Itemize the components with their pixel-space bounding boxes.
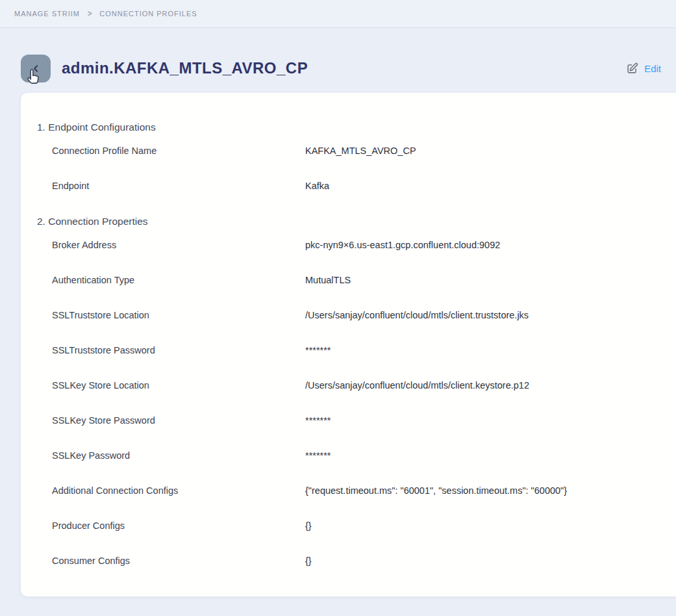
field-label: Broker Address xyxy=(52,238,305,251)
section-title-connection-properties: 2. Connection Properties xyxy=(37,215,676,228)
field-label: SSLKey Password xyxy=(52,449,305,462)
field-label: SSLKey Store Password xyxy=(52,414,305,427)
field-value: pkc-nyn9×6.us-east1.gcp.confluent.cloud:… xyxy=(305,238,500,251)
field-value: Kafka xyxy=(305,179,329,192)
field-row-additional-connection-configs: Additional Connection Configs {"request.… xyxy=(52,484,676,497)
field-value: {} xyxy=(305,519,312,532)
field-row-sslkey-store-password: SSLKey Store Password ******* xyxy=(52,414,676,427)
field-label: Authentication Type xyxy=(52,274,305,287)
section-title-endpoint-configurations: 1. Endpoint Configurations xyxy=(37,121,676,134)
field-row-endpoint: Endpoint Kafka xyxy=(52,179,676,192)
field-row-ssltruststore-location: SSLTruststore Location /Users/sanjay/con… xyxy=(52,309,676,322)
field-label: SSLTruststore Password xyxy=(52,344,305,357)
field-value: ******* xyxy=(305,414,331,427)
edit-button[interactable]: Edit xyxy=(626,62,661,75)
field-row-producer-configs: Producer Configs {} xyxy=(52,519,676,532)
back-button[interactable] xyxy=(21,55,51,83)
field-value: ******* xyxy=(305,449,331,462)
page-header: admin.KAFKA_MTLS_AVRO_CP Edit xyxy=(21,54,661,83)
field-row-sslkey-store-location: SSLKey Store Location /Users/sanjay/conf… xyxy=(52,379,676,392)
breadcrumb-item-connection-profiles[interactable]: CONNECTION PROFILES xyxy=(99,10,197,18)
connection-profile-card: 1. Endpoint Configurations Connection Pr… xyxy=(21,93,676,597)
field-value: /Users/sanjay/confluent/cloud/mtls/clien… xyxy=(305,379,529,392)
field-label: Endpoint xyxy=(52,179,305,192)
field-label: SSLKey Store Location xyxy=(52,379,305,392)
field-value: {} xyxy=(305,554,312,567)
field-value: ******* xyxy=(305,344,331,357)
field-value: /Users/sanjay/confluent/cloud/mtls/clien… xyxy=(305,309,529,322)
field-row-consumer-configs: Consumer Configs {} xyxy=(52,554,676,567)
field-row-authentication-type: Authentication Type MutualTLS xyxy=(52,274,676,287)
field-value: KAFKA_MTLS_AVRO_CP xyxy=(305,144,416,157)
breadcrumb-separator-icon: > xyxy=(88,9,92,18)
field-row-broker-address: Broker Address pkc-nyn9×6.us-east1.gcp.c… xyxy=(52,238,676,251)
field-row-sslkey-password: SSLKey Password ******* xyxy=(52,449,676,462)
breadcrumb: MANAGE STRIIM > CONNECTION PROFILES xyxy=(0,0,676,28)
page-title: admin.KAFKA_MTLS_AVRO_CP xyxy=(62,59,308,77)
field-label: SSLTruststore Location xyxy=(52,309,305,322)
field-label: Producer Configs xyxy=(52,519,305,532)
field-value: {"request.timeout.ms": "60001", "session… xyxy=(305,484,567,497)
field-row-ssltruststore-password: SSLTruststore Password ******* xyxy=(52,344,676,357)
field-label: Additional Connection Configs xyxy=(52,484,305,497)
edit-pencil-icon xyxy=(626,62,638,75)
edit-button-label: Edit xyxy=(644,63,661,74)
field-label: Connection Profile Name xyxy=(52,144,305,157)
field-label: Consumer Configs xyxy=(52,554,305,567)
field-value: MutualTLS xyxy=(305,274,351,287)
field-row-connection-profile-name: Connection Profile Name KAFKA_MTLS_AVRO_… xyxy=(52,144,676,157)
chevron-left-icon xyxy=(31,63,42,74)
breadcrumb-item-manage-striim[interactable]: MANAGE STRIIM xyxy=(14,10,80,18)
